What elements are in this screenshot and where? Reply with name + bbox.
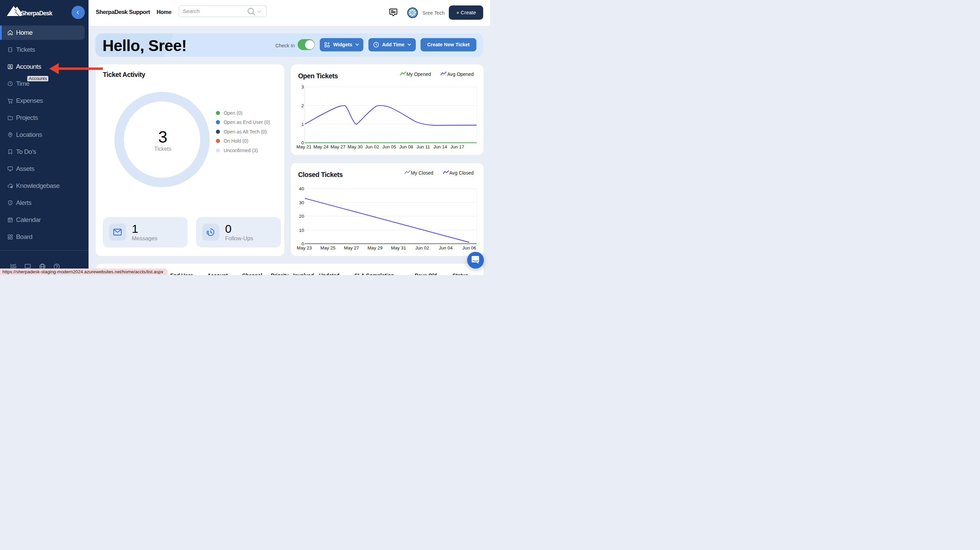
svg-text:Jun 14: Jun 14 — [433, 144, 447, 149]
svg-text:3: 3 — [301, 84, 304, 89]
svg-text:May 27: May 27 — [344, 245, 359, 251]
svg-text:Jun 02: Jun 02 — [415, 245, 430, 251]
svg-text:Jun 04: Jun 04 — [439, 245, 453, 251]
svg-text:May 24: May 24 — [313, 144, 329, 149]
svg-text:2: 2 — [301, 103, 304, 108]
svg-text:Jun 17: Jun 17 — [450, 144, 465, 149]
svg-text:Jun 02: Jun 02 — [365, 144, 379, 149]
svg-text:May 29: May 29 — [368, 245, 383, 251]
svg-text:Jun 11: Jun 11 — [417, 144, 430, 149]
svg-text:Jun 06: Jun 06 — [462, 245, 476, 251]
svg-text:Jun 08: Jun 08 — [399, 144, 414, 149]
svg-text:May 30: May 30 — [348, 144, 363, 149]
svg-text:20: 20 — [299, 214, 304, 219]
svg-text:30: 30 — [299, 200, 304, 205]
svg-text:1: 1 — [301, 122, 304, 127]
svg-text:May 25: May 25 — [320, 245, 336, 251]
svg-text:May 31: May 31 — [391, 245, 406, 251]
svg-text:May 27: May 27 — [331, 144, 345, 149]
svg-text:Jun 05: Jun 05 — [382, 144, 396, 149]
svg-text:May 21: May 21 — [297, 144, 312, 149]
svg-text:10: 10 — [299, 228, 304, 233]
svg-text:May 23: May 23 — [297, 245, 312, 251]
svg-text:40: 40 — [299, 186, 304, 191]
